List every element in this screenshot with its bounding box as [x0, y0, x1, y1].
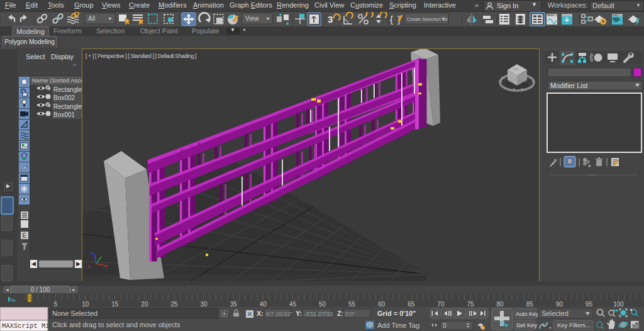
svg-text:None Selected: None Selected [52, 310, 97, 317]
svg-text:Add Time Tag: Add Time Tag [377, 322, 419, 329]
svg-text:65: 65 [408, 301, 415, 307]
svg-text:15: 15 [111, 301, 119, 307]
svg-text:MAXScript Mi: MAXScript Mi [2, 322, 50, 330]
svg-text:All: All [88, 15, 95, 22]
svg-text:Key Filters...: Key Filters... [557, 322, 591, 328]
svg-text:Create Selection Se: Create Selection Se [407, 16, 448, 22]
svg-text:60: 60 [378, 301, 386, 307]
svg-text:80: 80 [497, 301, 504, 307]
svg-text:Rectangle0(: Rectangle0( [53, 86, 82, 93]
svg-text:W: W [501, 76, 505, 80]
svg-text:95: 95 [586, 301, 593, 307]
svg-text:Grid = 0'10": Grid = 0'10" [377, 310, 416, 317]
svg-text:View: View [245, 15, 259, 22]
svg-text:Set Key: Set Key [516, 322, 538, 328]
svg-text:3: 3 [328, 14, 333, 25]
svg-text:100: 100 [613, 301, 624, 307]
svg-text:70: 70 [437, 301, 445, 307]
svg-text:x: x [87, 264, 90, 269]
svg-text:S: S [530, 85, 533, 89]
svg-text:{: { [390, 14, 393, 25]
svg-text:Z:: Z: [337, 310, 343, 317]
svg-text:45: 45 [289, 301, 297, 307]
svg-text:35: 35 [230, 301, 238, 307]
svg-text:50: 50 [319, 301, 326, 307]
svg-text:0: 0 [443, 322, 447, 329]
svg-text:TOP: TOP [513, 68, 519, 71]
svg-text:20: 20 [141, 301, 148, 307]
svg-text:Modifier List: Modifier List [550, 82, 587, 89]
svg-text:90: 90 [556, 301, 564, 307]
svg-text:Rectangle0(: Rectangle0( [53, 103, 82, 110]
svg-text:Selected: Selected [541, 310, 569, 317]
svg-text:Y:: Y: [296, 310, 302, 317]
svg-text:25: 25 [170, 301, 178, 307]
svg-text:75: 75 [467, 301, 474, 307]
svg-text:30: 30 [201, 301, 208, 307]
svg-text:10: 10 [82, 301, 89, 307]
svg-text:40: 40 [260, 301, 267, 307]
svg-text:8'7 26/32": 8'7 26/32" [266, 310, 292, 317]
svg-text:5: 5 [54, 301, 58, 307]
svg-text:55: 55 [348, 301, 356, 307]
svg-text:X:: X: [257, 310, 264, 317]
svg-text:z: z [91, 250, 93, 256]
svg-text:Box001: Box001 [53, 111, 75, 118]
svg-text:Click and drag to select and m: Click and drag to select and move object… [52, 321, 180, 328]
svg-text:0'0": 0'0" [345, 310, 355, 317]
svg-text:Box002: Box002 [53, 94, 75, 101]
svg-text:Auto Key: Auto Key [516, 311, 539, 317]
svg-text:-3'11 27/32: -3'11 27/32 [304, 310, 333, 317]
svg-text:85: 85 [526, 301, 534, 307]
svg-text:E: E [23, 232, 27, 239]
